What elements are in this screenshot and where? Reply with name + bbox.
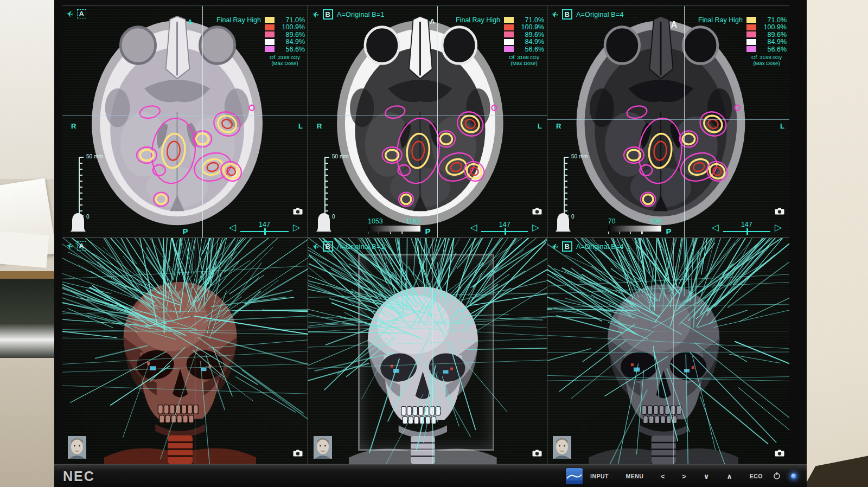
right-button[interactable]: > [682,472,686,480]
viewport-axial-A[interactable]: ✈ A Final Ray High 71.0%100.9%89.6%84.9%… [62,6,308,238]
camera-snapshot-button[interactable] [293,449,303,459]
series-badge[interactable]: A [77,241,86,251]
crosshair-horizontal[interactable] [62,115,308,116]
camera-snapshot-button[interactable] [775,207,784,217]
slider-track[interactable]: 147 [723,231,770,232]
legend-swatch [746,17,756,23]
legend-swatch [746,31,756,37]
head-orientation-icon [315,212,333,235]
slider-thumb[interactable] [264,228,266,235]
orientation-left: L [780,122,784,130]
plane-tool-icon[interactable]: ✈ [311,242,320,251]
viewport-3d-B4[interactable]: ✈ B A=Original B=4 [547,238,789,464]
slice-slider[interactable]: ◁ 147 ▷ [229,223,300,232]
orientation-anterior: A [671,20,677,30]
slice-slider[interactable]: ◁ 147 ▷ [470,223,539,232]
series-badge[interactable]: B [562,241,572,252]
viewport-3d-A[interactable]: ✈ A [62,238,308,464]
crosshair-vertical[interactable] [684,6,685,238]
crosshair-horizontal[interactable] [308,115,547,116]
down-button[interactable]: ∨ [704,472,710,480]
slider-right-arrow[interactable]: ▷ [532,224,539,232]
brand-logo: NEC [63,469,95,484]
crosshair-vertical[interactable] [195,238,195,464]
grayscale-ticks [368,232,403,234]
legend-percent: 84.9% [517,38,544,46]
crosshair-vertical[interactable] [432,238,433,464]
slice-slider[interactable]: ◁ 147 ▷ [712,223,782,232]
slider-track[interactable]: 147 [240,231,289,232]
crosshair-vertical[interactable] [673,238,674,464]
slider-thumb[interactable] [746,228,748,235]
crosshair-horizontal[interactable] [62,324,308,324]
orientation-posterior: P [425,227,431,236]
legend-entry: 89.6% [746,31,787,39]
head-orientation-icon [69,212,87,235]
slider-right-arrow[interactable]: ▷ [775,224,782,232]
orientation-anterior: A [430,18,435,25]
legend-entry: 89.6% [504,31,544,39]
series-badge[interactable]: B [562,9,572,20]
viewport-axial-B4[interactable]: ✈ B A=Original B=4 Final Ray High 71.0%1… [547,6,789,238]
orientation-right: R [556,122,561,130]
grayscale-bar[interactable] [608,226,661,232]
patient-avatar [68,436,86,461]
scale-ruler: 50 mm 0 [79,153,111,220]
series-badge[interactable]: B [323,241,333,252]
legend-percent: 84.9% [760,38,787,46]
legend-percent: 100.9% [517,23,544,31]
menu-button[interactable]: MENU [626,473,643,479]
slider-right-arrow[interactable]: ▷ [293,224,300,232]
left-button[interactable]: < [661,472,665,480]
legend-swatch [746,24,756,30]
legend-percent: 100.9% [278,23,305,31]
camera-snapshot-button[interactable] [293,207,303,217]
up-button[interactable]: ∧ [726,472,732,480]
window-high: 509 [650,217,661,225]
plane-tool-icon[interactable]: ✈ [66,9,74,18]
series-badge[interactable]: A [77,9,86,18]
beam-lines-overlay [547,238,789,464]
viewport-3d-B1[interactable]: ✈ B A=Original B=1 [308,238,547,464]
input-button[interactable]: INPUT [590,473,609,479]
plane-tool-icon[interactable]: ✈ [551,242,559,251]
camera-snapshot-button[interactable] [775,449,784,459]
crosshair-vertical[interactable] [437,6,438,238]
slice-number: 147 [259,221,270,228]
series-badge[interactable]: B [323,9,333,20]
eco-button[interactable]: ECO [750,473,763,479]
legend-entry: 56.6% [504,46,544,53]
legend-entry: 100.9% [265,24,305,31]
slider-left-arrow[interactable]: ◁ [712,224,719,232]
legend-swatch [504,17,514,23]
window-high: 1163 [406,217,420,225]
crosshair-vertical[interactable] [202,6,203,238]
slider-left-arrow[interactable]: ◁ [470,224,477,232]
window-level-bar[interactable]: 70 509 [608,217,661,234]
monitor-bezel: NEC INPUT MENU < > ∨ ∧ ECO [54,464,807,487]
plane-tool-icon[interactable]: ✈ [551,10,559,18]
orientation-left: L [538,122,542,130]
legend-percent: 89.6% [760,31,787,39]
legend-title: Final Ray High [216,16,261,24]
viewport-axial-B1[interactable]: ✈ B A=Original B=1 Final Ray High 71.0%1… [308,6,547,238]
legend-entry: 71.0% [504,16,544,24]
legend-swatch [746,39,756,45]
slider-left-arrow[interactable]: ◁ [229,224,236,232]
power-button[interactable] [773,472,781,482]
crosshair-horizontal[interactable] [308,324,547,324]
energy-star-sticker [566,468,583,484]
slider-thumb[interactable] [505,228,506,235]
slider-track[interactable]: 147 [481,231,527,232]
window-level-bar[interactable]: 1053 1163 [368,217,420,234]
plane-tool-icon[interactable]: ✈ [311,10,320,18]
camera-snapshot-button[interactable] [532,207,542,217]
plane-tool-icon[interactable]: ✈ [66,241,74,250]
crosshair-horizontal[interactable] [547,331,789,331]
camera-snapshot-button[interactable] [532,449,542,459]
nec-monitor: ✈ A Final Ray High 71.0%100.9%89.6%84.9%… [54,0,807,487]
legend-entry: 84.9% [265,39,305,46]
grayscale-bar[interactable] [368,226,420,232]
crosshair-horizontal[interactable] [547,119,789,120]
legend-entry: 56.6% [746,46,787,53]
